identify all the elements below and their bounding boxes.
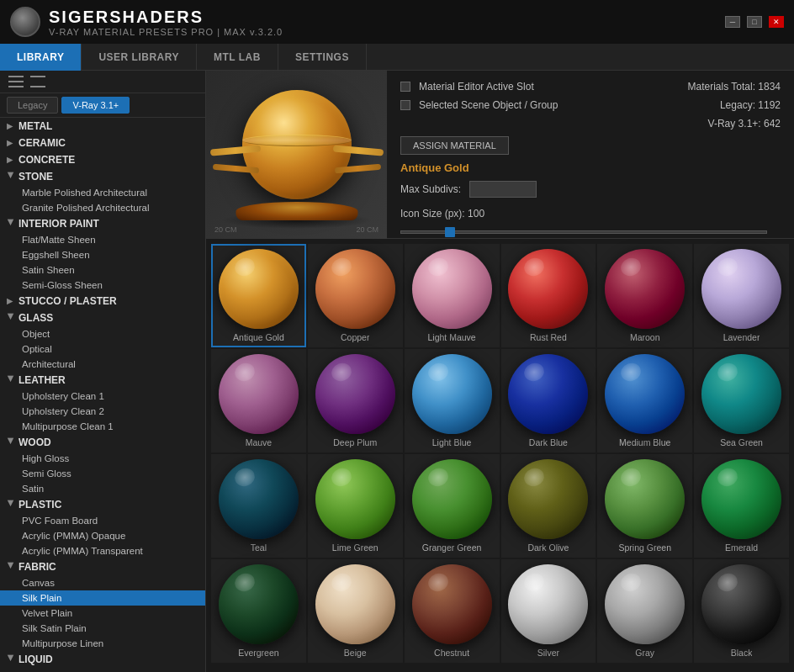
- minimize-button[interactable]: ─: [725, 16, 740, 28]
- material-cell-teal[interactable]: Teal: [211, 454, 306, 558]
- sidebar-item-fabric[interactable]: ▶ FABRIC: [0, 558, 205, 575]
- subtab-legacy[interactable]: Legacy: [7, 97, 58, 114]
- sidebar-item-upholstery1[interactable]: Upholstery Clean 1: [0, 389, 205, 404]
- material-sphere: [412, 354, 492, 434]
- arrow-icon: ▶: [7, 156, 15, 164]
- material-cell-light-mauve[interactable]: Light Mauve: [405, 244, 500, 347]
- sidebar-item-leather[interactable]: ▶ LEATHER: [0, 372, 205, 389]
- info-row-vray: V-Ray 3.1+: 642: [400, 118, 781, 130]
- material-cell-copper[interactable]: Copper: [308, 244, 403, 347]
- sidebar-item-acrylic-transparent[interactable]: Acrylic (PMMA) Transparent: [0, 543, 205, 558]
- slider-thumb[interactable]: [445, 227, 455, 237]
- sidebar-item-architectural[interactable]: Architectural: [0, 357, 205, 372]
- sidebar-item-marble[interactable]: Marble Polished Architectural: [0, 185, 205, 200]
- sidebar-item-silk-plain[interactable]: Silk Plain: [0, 590, 205, 606]
- scene-checkbox[interactable]: [400, 100, 410, 110]
- sidebar-item-silk-satin[interactable]: Silk Satin Plain: [0, 621, 205, 636]
- sidebar-item-velvet-plain[interactable]: Velvet Plain: [0, 606, 205, 621]
- tab-settings[interactable]: SETTINGS: [278, 44, 367, 71]
- material-label: Chestnut: [434, 648, 469, 658]
- material-cell-antique-gold[interactable]: Antique Gold: [211, 244, 306, 347]
- material-cell-granger-green[interactable]: Granger Green: [405, 454, 500, 558]
- sidebar-item-optical[interactable]: Optical: [0, 341, 205, 357]
- material-sphere: [605, 249, 685, 329]
- sidebar-item-satin-wood[interactable]: Satin: [0, 481, 205, 496]
- tab-mtl-lab[interactable]: MTL LAB: [197, 44, 278, 71]
- material-cell-beige[interactable]: Beige: [308, 559, 403, 663]
- sidebar-item-pvc[interactable]: PVC Foam Board: [0, 513, 205, 528]
- collapse-all-icon[interactable]: [8, 76, 24, 87]
- subdivs-input[interactable]: [469, 181, 537, 198]
- subdivs-row: Max Subdivs:: [400, 181, 781, 198]
- sidebar-item-stone[interactable]: ▶ STONE: [0, 168, 205, 185]
- material-cell-sea-green[interactable]: Sea Green: [694, 349, 789, 452]
- material-cell-black[interactable]: Black: [694, 559, 789, 663]
- material-sphere: [219, 249, 299, 329]
- material-cell-lime-green[interactable]: Lime Green: [308, 454, 403, 558]
- sidebar-item-high-gloss[interactable]: High Gloss: [0, 451, 205, 466]
- material-sphere: [219, 354, 299, 434]
- material-sphere: [701, 564, 781, 644]
- sidebar-item-eggshell[interactable]: Eggshell Sheen: [0, 247, 205, 262]
- sidebar-item-canvas[interactable]: Canvas: [0, 575, 205, 590]
- sidebar-item-object[interactable]: Object: [0, 326, 205, 341]
- sidebar-item-stucco[interactable]: ▶ STUCCO / PLASTER: [0, 293, 205, 310]
- sidebar-item-multipurpose-linen[interactable]: Multipurpose Linen: [0, 636, 205, 651]
- materials-grid: Antique GoldCopperLight MauveRust RedMar…: [211, 244, 789, 663]
- arrow-icon: ▶: [7, 314, 15, 322]
- sidebar-item-plastic[interactable]: ▶ PLASTIC: [0, 496, 205, 513]
- material-cell-evergreen[interactable]: Evergreen: [211, 559, 306, 663]
- material-cell-dark-olive[interactable]: Dark Olive: [501, 454, 596, 558]
- material-cell-medium-blue[interactable]: Medium Blue: [597, 349, 692, 452]
- sidebar-item-upholstery2[interactable]: Upholstery Clean 2: [0, 404, 205, 419]
- maximize-button[interactable]: □: [747, 16, 762, 28]
- arrow-icon: ▶: [7, 139, 15, 147]
- material-cell-gray[interactable]: Gray: [597, 559, 692, 663]
- close-button[interactable]: ✕: [769, 16, 784, 28]
- grid-area: Antique GoldCopperLight MauveRust RedMar…: [206, 239, 794, 672]
- icon-size-slider[interactable]: [400, 226, 767, 238]
- material-cell-deep-plum[interactable]: Deep Plum: [308, 349, 403, 452]
- sidebar-item-acrylic-opaque[interactable]: Acrylic (PMMA) Opaque: [0, 528, 205, 543]
- tab-user-library[interactable]: USER LIBRARY: [82, 44, 197, 71]
- window-controls: ─ □ ✕: [725, 16, 784, 28]
- material-cell-light-blue[interactable]: Light Blue: [405, 349, 500, 452]
- sidebar-item-satin[interactable]: Satin Sheen: [0, 262, 205, 278]
- sidebar-item-ceramic[interactable]: ▶ CERAMIC: [0, 135, 205, 151]
- material-cell-rust-red[interactable]: Rust Red: [501, 244, 596, 347]
- material-cell-mauve[interactable]: Mauve: [211, 349, 306, 452]
- sidebar-item-flat-matte[interactable]: Flat/Matte Sheen: [0, 232, 205, 247]
- material-cell-chestnut[interactable]: Chestnut: [405, 559, 500, 663]
- material-cell-emerald[interactable]: Emerald: [694, 454, 789, 558]
- arrow-icon: ▶: [7, 220, 15, 228]
- app-title: SIGERSHADERS: [49, 8, 283, 27]
- sidebar-item-interior-paint[interactable]: ▶ INTERIOR PAINT: [0, 215, 205, 232]
- sidebar-item-alcohol[interactable]: Alcohol & Alc. Beverages: [0, 668, 205, 672]
- sidebar-item-metal[interactable]: ▶ METAL: [0, 118, 205, 135]
- subtab-vray31[interactable]: V-Ray 3.1+: [61, 97, 130, 114]
- sidebar-item-semi-gloss[interactable]: Semi-Gloss Sheen: [0, 278, 205, 293]
- icon-size-label: Icon Size (px): 100: [400, 208, 484, 220]
- assign-material-button[interactable]: ASSIGN MATERIAL: [400, 136, 509, 155]
- sidebar-item-multipurpose1[interactable]: Multipurpose Clean 1: [0, 419, 205, 434]
- material-label: Silver: [537, 648, 559, 658]
- app-subtitle: V-RAY MATERIAL PRESETS PRO | MAX v.3.2.0: [49, 27, 283, 37]
- legacy-label: Legacy: 1192: [720, 99, 781, 111]
- material-sphere: [412, 564, 492, 644]
- arrow-icon: ▶: [7, 438, 15, 447]
- material-cell-lavender[interactable]: Lavender: [694, 244, 789, 347]
- material-cell-silver[interactable]: Silver: [501, 559, 596, 663]
- slot-checkbox[interactable]: [400, 82, 410, 92]
- sidebar-item-semi-gloss-wood[interactable]: Semi Gloss: [0, 466, 205, 481]
- material-cell-dark-blue[interactable]: Dark Blue: [501, 349, 596, 452]
- sidebar-item-granite[interactable]: Granite Polished Architectural: [0, 200, 205, 215]
- material-cell-maroon[interactable]: Maroon: [597, 244, 692, 347]
- material-cell-spring-green[interactable]: Spring Green: [597, 454, 692, 558]
- tab-library[interactable]: LIBRARY: [0, 44, 82, 71]
- expand-all-icon[interactable]: [30, 76, 45, 87]
- sidebar-item-concrete[interactable]: ▶ CONCRETE: [0, 151, 205, 168]
- sidebar-item-liquid[interactable]: ▶ LIQUID: [0, 651, 205, 668]
- sidebar-item-glass[interactable]: ▶ GLASS: [0, 310, 205, 326]
- material-label: Granger Green: [422, 542, 482, 553]
- sidebar-item-wood[interactable]: ▶ WOOD: [0, 434, 205, 451]
